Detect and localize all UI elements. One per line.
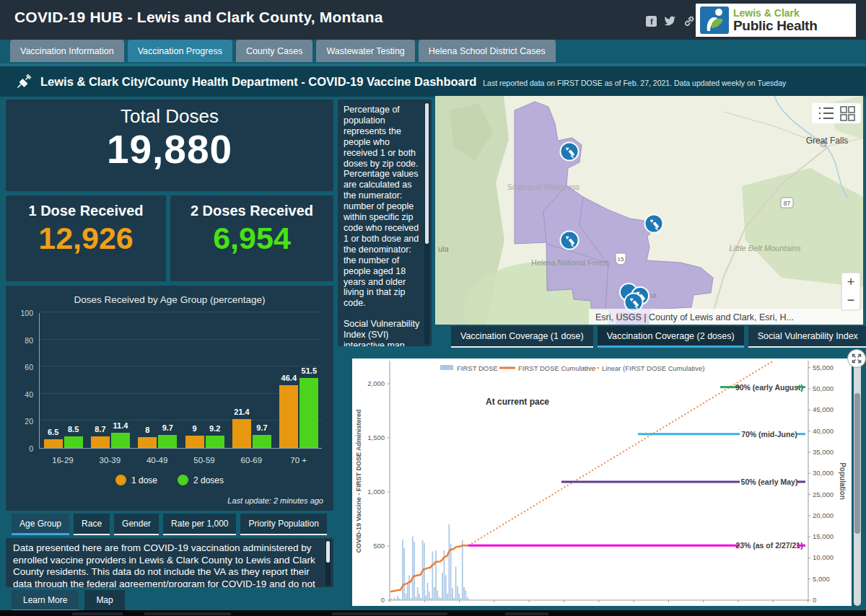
- daily-first-dose-bar: [411, 598, 412, 600]
- one-dose-label: 1 Dose Received: [6, 195, 166, 219]
- tab-coverage-1-dose[interactable]: Vaccination Coverage (1 dose): [451, 326, 593, 348]
- age-bar-value: 9.7: [248, 423, 276, 432]
- map-layer-controls[interactable]: [812, 103, 861, 123]
- two-doses-card: 2 Doses Received 6,954: [170, 195, 333, 281]
- svg-text:f: f: [650, 17, 653, 26]
- age-y-tick: 20: [12, 417, 33, 426]
- two-doses-value: 6,954: [170, 219, 333, 257]
- org-logo: Lewis & Clark Public Health: [696, 4, 856, 37]
- proj-right-tick: 45,000: [813, 405, 834, 413]
- proj-left-tick: 500: [373, 542, 385, 550]
- age-x-tick: 40-49: [134, 456, 181, 465]
- map-layer-tabs: Vaccination Coverage (1 dose) Vaccinatio…: [451, 326, 866, 348]
- age-bar[interactable]: [299, 378, 318, 448]
- map-attribution: Esri, USGS | County of Lewis and Clark, …: [595, 312, 794, 322]
- daily-first-dose-bar: [408, 576, 410, 601]
- age-y-tick: 0: [12, 444, 33, 453]
- proj-right-tick: 35,000: [813, 448, 834, 456]
- milestone-label: 90% (early August): [735, 383, 803, 392]
- age-bar[interactable]: [44, 439, 63, 448]
- daily-first-dose-bar: [399, 598, 401, 600]
- age-bar[interactable]: [138, 437, 157, 448]
- daily-first-dose-bar: [445, 576, 447, 601]
- tab-race[interactable]: Race: [74, 514, 110, 535]
- social-links: f: [646, 16, 695, 27]
- total-doses-label: Total Doses: [6, 100, 333, 128]
- age-x-tick: 30-39: [86, 456, 134, 465]
- age-bar-value: 51.5: [294, 366, 323, 375]
- tab-vaccination-information[interactable]: Vaccination Information: [10, 40, 124, 62]
- age-x-tick: 60-69: [227, 456, 275, 465]
- daily-first-dose-bar: [406, 594, 407, 600]
- daily-first-dose-bar: [402, 540, 403, 600]
- age-bar[interactable]: [185, 436, 204, 448]
- daily-first-dose-bar: [427, 583, 429, 600]
- daily-first-dose-bar: [437, 591, 438, 601]
- expand-panel-button[interactable]: [847, 349, 866, 368]
- map-label-mountains: Little Belt Mountains: [729, 244, 801, 252]
- info-panel-scrollbar[interactable]: [424, 102, 429, 344]
- age-y-tick: 40: [12, 390, 33, 399]
- map-label-forest: Helena National Forest: [531, 258, 608, 267]
- daily-first-dose-bar: [397, 596, 398, 600]
- milestone-label: 23% (as of 2/27/21): [735, 541, 802, 550]
- age-bar[interactable]: [253, 435, 271, 448]
- daily-first-dose-bar: [395, 599, 397, 601]
- tab-helena-school-district-cases[interactable]: Helena School District Cases: [419, 40, 556, 62]
- proj-left-tick: 1,500: [367, 434, 385, 441]
- total-doses-card: Total Doses 19,880: [6, 100, 333, 191]
- proj-right-tick: 0: [813, 596, 816, 604]
- panel-scrollbar-thumb[interactable]: [854, 393, 860, 534]
- milestone-label: 70% (mid-June): [741, 430, 797, 439]
- vaccination-map[interactable]: Scapegoat Wilderness Helena National For…: [435, 96, 863, 325]
- map-label-great-falls: Great Falls: [806, 136, 849, 146]
- twitter-icon[interactable]: [664, 16, 676, 27]
- info-panel: Percentage of population represents the …: [338, 100, 432, 346]
- daily-first-dose-bar: [417, 587, 419, 600]
- proj-annotation: At current pace: [486, 397, 549, 407]
- age-bar[interactable]: [279, 385, 298, 448]
- daily-first-dose-bar: [434, 587, 435, 600]
- map-zoom-control[interactable]: + −: [841, 273, 860, 310]
- tab-county-cases[interactable]: County Cases: [236, 40, 313, 62]
- proj-right-tick: 25,000: [813, 490, 834, 498]
- proj-right-tick: 55,000: [813, 364, 834, 371]
- daily-first-dose-bar: [457, 586, 458, 601]
- link-icon[interactable]: [683, 16, 695, 27]
- zoom-out-button[interactable]: −: [847, 293, 855, 307]
- age-x-tick: 70 +: [275, 456, 323, 465]
- proj-right-tick: 15,000: [813, 532, 834, 540]
- tab-coverage-2-doses[interactable]: Vaccination Coverage (2 doses): [598, 326, 744, 348]
- tab-vaccination-progress[interactable]: Vaccination Progress: [128, 40, 232, 62]
- tab-age-group[interactable]: Age Group: [12, 514, 69, 535]
- age-bar[interactable]: [111, 433, 130, 448]
- age-chart-plot: 6.58.58.711.489.799.221.49.746.451.5: [39, 313, 322, 449]
- tab-rate-per-1000[interactable]: Rate per 1,000: [163, 514, 236, 535]
- age-bar[interactable]: [206, 436, 224, 448]
- tab-wastewater-testing[interactable]: Wastewater Testing: [316, 40, 414, 62]
- daily-first-dose-bar: [432, 552, 434, 601]
- map-button[interactable]: Map: [84, 590, 124, 612]
- disclaimer-scrollbar[interactable]: [325, 540, 331, 586]
- total-doses-value: 19,880: [6, 128, 333, 171]
- age-bar[interactable]: [64, 436, 83, 448]
- tab-gender[interactable]: Gender: [114, 514, 159, 535]
- age-bar-value: 21.4: [227, 408, 256, 416]
- daily-first-dose-bar: [458, 594, 460, 600]
- daily-first-dose-bar: [435, 550, 437, 600]
- tab-social-vulnerability-index[interactable]: Social Vulnerability Index: [748, 326, 866, 348]
- svg-text:♥: ♥: [630, 296, 634, 303]
- age-bar[interactable]: [158, 435, 177, 448]
- logo-line2: Public Health: [733, 19, 817, 32]
- zoom-in-button[interactable]: +: [847, 275, 855, 289]
- daily-first-dose-bar: [403, 548, 405, 600]
- tab-priority-population[interactable]: Priority Population: [240, 514, 326, 535]
- facebook-icon[interactable]: f: [646, 16, 657, 27]
- banner-note: Last reported data on FIRST DOSE as of F…: [483, 76, 786, 87]
- age-bar-value: 8.5: [59, 425, 88, 434]
- age-bar[interactable]: [91, 436, 110, 448]
- proj-left-tick: 0: [381, 596, 385, 604]
- age-chart-title: Doses Received by Age Group (percentage): [6, 294, 333, 305]
- highway-shield-15: 15: [616, 253, 626, 265]
- learn-more-button[interactable]: Learn More: [12, 590, 79, 612]
